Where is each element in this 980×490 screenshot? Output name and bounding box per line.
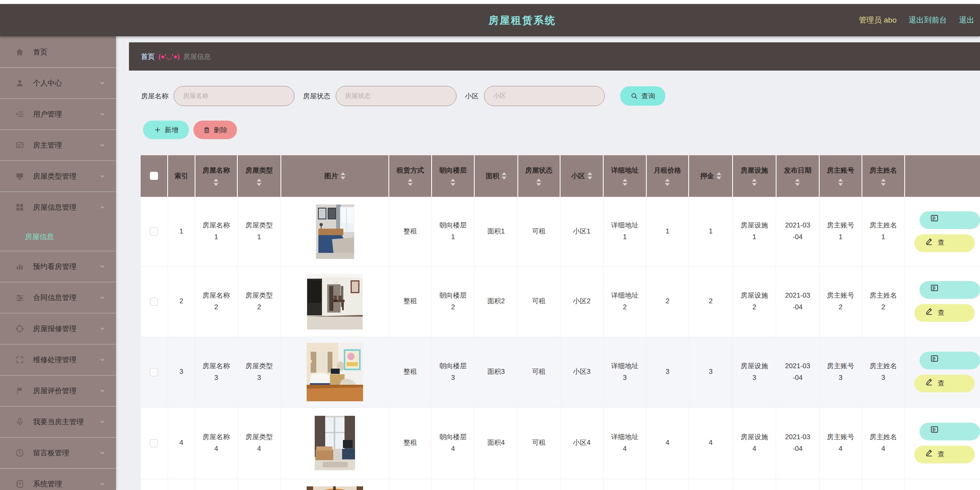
- query-button[interactable]: 查询: [620, 86, 665, 106]
- main-content: 首页 (●'◡'●) 房屋信息 房屋名称 房屋状态 小区 查询 新增 删除 索引…: [116, 36, 980, 490]
- cell-house-name: 房屋名称 4: [195, 407, 238, 479]
- house-table-wrap: 索引房屋名称房屋类型图片租赁方式朝向楼层面积房屋状态小区详细地址月租价格押金房屋…: [141, 155, 980, 490]
- cell-house-name: 房屋名称 2: [195, 266, 238, 337]
- column-header-community[interactable]: 小区: [560, 155, 603, 197]
- sidebar-item-label: 房主管理: [33, 140, 99, 150]
- community-input[interactable]: [484, 86, 605, 106]
- cell-facilities: 房屋设施 1: [733, 197, 776, 266]
- cell-house-type: 房屋类型 1: [237, 197, 280, 266]
- select-all-checkbox[interactable]: [150, 172, 158, 180]
- sidebar-item-become-landlord-management[interactable]: 我要当房主管理: [0, 406, 116, 437]
- query-button-label: 查询: [642, 92, 655, 101]
- column-header-facilities[interactable]: 房屋设施: [733, 155, 776, 197]
- column-header-orientation-floor[interactable]: 朝向楼层: [432, 155, 474, 197]
- edit-button[interactable]: 查: [914, 234, 975, 252]
- delete-button[interactable]: 删除: [193, 121, 237, 139]
- row-checkbox[interactable]: [150, 368, 158, 376]
- sort-arrows-icon[interactable]: [502, 172, 507, 179]
- cell-landlord-account: 房主账号 2: [819, 266, 862, 337]
- sort-arrows-icon[interactable]: [451, 179, 455, 186]
- row-checkbox[interactable]: [150, 298, 158, 306]
- chevron-up-icon: [99, 204, 106, 211]
- chevron-down-icon: [99, 325, 106, 332]
- sort-arrows-icon[interactable]: [623, 179, 627, 186]
- house-name-input[interactable]: [174, 86, 295, 106]
- detail-button[interactable]: [920, 211, 980, 229]
- table-row: [141, 479, 980, 490]
- column-label: 月租价格: [654, 166, 681, 175]
- cell-photo: [281, 407, 389, 479]
- current-user[interactable]: 管理员 abo: [859, 15, 897, 25]
- exit-to-front-link[interactable]: 退出到前台: [909, 15, 947, 25]
- sort-arrows-icon[interactable]: [588, 172, 592, 179]
- column-header-house-type[interactable]: 房屋类型: [237, 155, 280, 197]
- breadcrumb-home[interactable]: 首页: [141, 52, 155, 61]
- sidebar-item-landlord-management[interactable]: 房主管理: [0, 129, 116, 161]
- house-name-label: 房屋名称: [141, 92, 168, 101]
- sort-arrows-icon[interactable]: [536, 179, 541, 186]
- column-header-landlord-account[interactable]: 房主账号: [819, 155, 862, 197]
- column-header-deposit[interactable]: 押金: [689, 155, 733, 197]
- column-header-photo[interactable]: 图片: [281, 155, 389, 197]
- column-header-house-status[interactable]: 房屋状态: [518, 155, 561, 197]
- sidebar-item-home[interactable]: 首页: [0, 36, 116, 67]
- sidebar-item-house-type-management[interactable]: 房屋类型管理: [0, 161, 116, 192]
- column-header-monthly-rent[interactable]: 月租价格: [646, 155, 689, 197]
- column-header-house-name[interactable]: 房屋名称: [195, 155, 238, 197]
- add-button[interactable]: 新增: [143, 121, 189, 139]
- column-header-landlord-name[interactable]: 房主姓名: [862, 155, 905, 197]
- cell-index: 1: [168, 197, 195, 266]
- sort-arrows-icon[interactable]: [752, 179, 757, 186]
- house-status-input[interactable]: [336, 86, 457, 106]
- column-label: 房屋类型: [245, 166, 273, 175]
- sidebar-item-message-board-management[interactable]: 留言板管理: [0, 437, 116, 468]
- house-table: 索引房屋名称房屋类型图片租赁方式朝向楼层面积房屋状态小区详细地址月租价格押金房屋…: [141, 155, 980, 490]
- column-header-area[interactable]: 面积: [474, 155, 517, 197]
- cell-actions: 查: [905, 337, 980, 407]
- sidebar-item-appointment-management[interactable]: 预约看房管理: [0, 251, 116, 282]
- cell-community: 小区2: [560, 266, 603, 337]
- plus-icon: [154, 126, 161, 133]
- cell-address: [603, 479, 646, 490]
- sidebar-subitem-house-info[interactable]: 房屋信息: [25, 232, 54, 242]
- sort-arrows-icon[interactable]: [257, 179, 262, 186]
- breadcrumb-emoji: (●'◡'●): [158, 52, 180, 61]
- sidebar-item-repair-handle-management[interactable]: 维修处理管理: [0, 344, 116, 375]
- sidebar-item-contract-management[interactable]: 合同信息管理: [0, 282, 116, 313]
- header-links: 管理员 abo 退出到前台 退出: [859, 4, 974, 36]
- sort-arrows-icon[interactable]: [838, 179, 843, 186]
- column-header-lease-type[interactable]: 租赁方式: [389, 155, 432, 197]
- edit-button[interactable]: 查: [914, 446, 975, 463]
- sort-arrows-icon[interactable]: [341, 172, 345, 179]
- column-header-publish-date[interactable]: 发布日期: [776, 155, 820, 197]
- edit-button[interactable]: 查: [914, 375, 975, 392]
- sidebar-item-personal-center[interactable]: 个人中心: [0, 67, 116, 98]
- column-header-address[interactable]: 详细地址: [603, 155, 646, 197]
- sort-arrows-icon[interactable]: [408, 179, 413, 186]
- edit-button-label: 查: [938, 378, 945, 390]
- edit-button[interactable]: 查: [914, 304, 975, 322]
- sidebar-item-user-management[interactable]: 用户管理: [0, 98, 116, 129]
- chevron-down-icon: [99, 294, 106, 301]
- sort-arrows-icon[interactable]: [795, 179, 800, 186]
- sidebar-item-repair-request-management[interactable]: 房屋报修管理: [0, 313, 116, 344]
- sort-arrows-icon[interactable]: [881, 179, 886, 186]
- sidebar-item-house-review-management[interactable]: 房屋评价管理: [0, 375, 116, 406]
- sort-arrows-icon[interactable]: [665, 179, 670, 186]
- sort-arrows-icon[interactable]: [214, 179, 218, 186]
- detail-button[interactable]: [920, 281, 980, 299]
- row-select-cell: [141, 337, 168, 407]
- detail-button[interactable]: [920, 423, 980, 440]
- sort-arrows-icon[interactable]: [716, 172, 721, 179]
- row-checkbox[interactable]: [150, 227, 158, 236]
- sidebar-item-label: 房屋信息管理: [33, 202, 99, 212]
- community-label: 小区: [465, 92, 479, 101]
- sidebar-item-system-management[interactable]: 系统管理: [0, 468, 116, 490]
- edit-button-label: 查: [938, 307, 945, 319]
- detail-button[interactable]: [920, 352, 980, 369]
- guest-room-photo: [307, 368, 363, 375]
- sidebar-item-house-info-management[interactable]: 房屋信息管理: [0, 192, 116, 223]
- row-checkbox[interactable]: [150, 439, 158, 447]
- sidebar-item-label: 房屋评价管理: [33, 386, 99, 396]
- logout-link[interactable]: 退出: [959, 15, 974, 25]
